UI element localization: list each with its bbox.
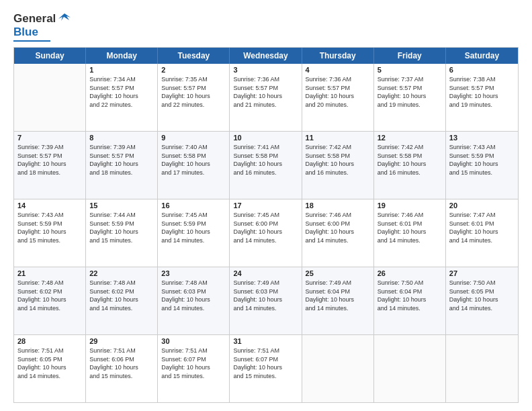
calendar-cell [14,64,86,131]
cell-day-number: 6 [449,66,515,74]
page: General Blue SundayMondayTuesdayWednesda… [0,0,532,411]
header-cell-saturday: Saturday [446,48,518,64]
calendar-cell: 12Sunrise: 7:42 AM Sunset: 5:58 PM Dayli… [374,132,446,199]
calendar-cell: 5Sunrise: 7:37 AM Sunset: 5:57 PM Daylig… [374,64,446,131]
cell-day-number: 16 [161,201,226,210]
calendar-row: 21Sunrise: 7:48 AM Sunset: 6:02 PM Dayli… [14,267,518,335]
cell-day-number: 13 [449,134,515,142]
logo-bird-icon [57,11,72,26]
header-cell-friday: Friday [374,48,446,64]
cell-day-number: 24 [233,269,298,277]
calendar-cell: 14Sunrise: 7:43 AM Sunset: 5:59 PM Dayli… [14,199,86,267]
calendar-cell: 9Sunrise: 7:40 AM Sunset: 5:58 PM Daylig… [158,132,230,199]
cell-info: Sunrise: 7:36 AM Sunset: 5:57 PM Dayligh… [306,75,370,109]
calendar-cell [374,335,446,402]
cell-info: Sunrise: 7:39 AM Sunset: 5:57 PM Dayligh… [89,143,154,177]
calendar-cell: 31Sunrise: 7:51 AM Sunset: 6:07 PM Dayli… [230,335,302,402]
cell-info: Sunrise: 7:51 AM Sunset: 6:07 PM Dayligh… [233,347,298,380]
calendar-cell: 8Sunrise: 7:39 AM Sunset: 5:57 PM Daylig… [86,132,158,199]
cell-info: Sunrise: 7:38 AM Sunset: 5:57 PM Dayligh… [449,75,515,109]
calendar-cell: 23Sunrise: 7:48 AM Sunset: 6:03 PM Dayli… [158,267,230,334]
calendar-header: SundayMondayTuesdayWednesdayThursdayFrid… [14,48,518,64]
cell-info: Sunrise: 7:40 AM Sunset: 5:58 PM Dayligh… [161,143,226,177]
calendar: SundayMondayTuesdayWednesdayThursdayFrid… [13,47,519,403]
calendar-cell [446,335,518,402]
cell-info: Sunrise: 7:39 AM Sunset: 5:57 PM Dayligh… [17,143,82,177]
cell-day-number: 11 [306,134,370,142]
cell-day-number: 15 [89,201,154,210]
cell-info: Sunrise: 7:42 AM Sunset: 5:58 PM Dayligh… [378,143,442,177]
calendar-row: 28Sunrise: 7:51 AM Sunset: 6:05 PM Dayli… [14,335,518,402]
cell-info: Sunrise: 7:42 AM Sunset: 5:58 PM Dayligh… [306,143,370,177]
cell-info: Sunrise: 7:49 AM Sunset: 6:04 PM Dayligh… [306,279,370,312]
logo-underline [13,40,50,42]
calendar-cell: 25Sunrise: 7:49 AM Sunset: 6:04 PM Dayli… [302,267,374,334]
cell-info: Sunrise: 7:46 AM Sunset: 6:01 PM Dayligh… [378,211,442,244]
cell-day-number: 28 [17,337,82,345]
calendar-cell: 30Sunrise: 7:51 AM Sunset: 6:07 PM Dayli… [158,335,230,402]
cell-info: Sunrise: 7:45 AM Sunset: 6:00 PM Dayligh… [233,211,298,244]
logo-general: General [13,12,56,26]
calendar-cell: 11Sunrise: 7:42 AM Sunset: 5:58 PM Dayli… [302,132,374,199]
calendar-cell: 19Sunrise: 7:46 AM Sunset: 6:01 PM Dayli… [374,199,446,267]
cell-info: Sunrise: 7:43 AM Sunset: 5:59 PM Dayligh… [449,143,515,177]
calendar-cell: 17Sunrise: 7:45 AM Sunset: 6:00 PM Dayli… [230,199,302,267]
calendar-cell: 27Sunrise: 7:50 AM Sunset: 6:05 PM Dayli… [446,267,518,334]
cell-day-number: 26 [378,269,442,277]
cell-info: Sunrise: 7:48 AM Sunset: 6:02 PM Dayligh… [89,279,154,312]
cell-info: Sunrise: 7:37 AM Sunset: 5:57 PM Dayligh… [378,75,442,109]
header-cell-monday: Monday [86,48,158,64]
cell-info: Sunrise: 7:34 AM Sunset: 5:57 PM Dayligh… [89,75,154,109]
calendar-cell: 1Sunrise: 7:34 AM Sunset: 5:57 PM Daylig… [86,64,158,131]
cell-day-number: 20 [449,201,515,210]
cell-day-number: 19 [378,201,442,210]
calendar-cell: 4Sunrise: 7:36 AM Sunset: 5:57 PM Daylig… [302,64,374,131]
calendar-row: 14Sunrise: 7:43 AM Sunset: 5:59 PM Dayli… [14,199,518,267]
cell-day-number: 31 [233,337,298,345]
calendar-cell [302,335,374,402]
calendar-cell: 16Sunrise: 7:45 AM Sunset: 5:59 PM Dayli… [158,199,230,267]
cell-day-number: 18 [306,201,370,210]
header-cell-tuesday: Tuesday [158,48,230,64]
cell-info: Sunrise: 7:49 AM Sunset: 6:03 PM Dayligh… [233,279,298,312]
cell-day-number: 3 [233,66,298,74]
calendar-cell: 26Sunrise: 7:50 AM Sunset: 6:04 PM Dayli… [374,267,446,334]
cell-day-number: 4 [306,66,370,74]
cell-day-number: 21 [17,269,82,277]
calendar-body: 1Sunrise: 7:34 AM Sunset: 5:57 PM Daylig… [14,64,518,402]
cell-day-number: 29 [89,337,154,345]
cell-info: Sunrise: 7:50 AM Sunset: 6:04 PM Dayligh… [378,279,442,312]
cell-day-number: 8 [89,134,154,142]
calendar-cell: 3Sunrise: 7:36 AM Sunset: 5:57 PM Daylig… [230,64,302,131]
header: General Blue [13,12,519,42]
cell-info: Sunrise: 7:48 AM Sunset: 6:02 PM Dayligh… [17,279,82,312]
cell-info: Sunrise: 7:43 AM Sunset: 5:59 PM Dayligh… [17,211,82,244]
cell-info: Sunrise: 7:51 AM Sunset: 6:07 PM Dayligh… [161,347,226,380]
cell-info: Sunrise: 7:44 AM Sunset: 5:59 PM Dayligh… [89,211,154,244]
calendar-cell: 18Sunrise: 7:46 AM Sunset: 6:00 PM Dayli… [302,199,374,267]
cell-info: Sunrise: 7:50 AM Sunset: 6:05 PM Dayligh… [449,279,515,312]
cell-info: Sunrise: 7:51 AM Sunset: 6:05 PM Dayligh… [17,347,82,380]
cell-day-number: 30 [161,337,226,345]
svg-marker-0 [58,13,71,21]
cell-day-number: 1 [89,66,154,74]
cell-info: Sunrise: 7:46 AM Sunset: 6:00 PM Dayligh… [306,211,370,244]
calendar-row: 1Sunrise: 7:34 AM Sunset: 5:57 PM Daylig… [14,64,518,132]
cell-day-number: 23 [161,269,226,277]
cell-info: Sunrise: 7:51 AM Sunset: 6:06 PM Dayligh… [89,347,154,380]
calendar-cell: 21Sunrise: 7:48 AM Sunset: 6:02 PM Dayli… [14,267,86,334]
cell-day-number: 5 [378,66,442,74]
calendar-cell: 22Sunrise: 7:48 AM Sunset: 6:02 PM Dayli… [86,267,158,334]
cell-day-number: 10 [233,134,298,142]
calendar-cell: 24Sunrise: 7:49 AM Sunset: 6:03 PM Dayli… [230,267,302,334]
calendar-row: 7Sunrise: 7:39 AM Sunset: 5:57 PM Daylig… [14,132,518,199]
cell-day-number: 22 [89,269,154,277]
cell-day-number: 9 [161,134,226,142]
header-cell-sunday: Sunday [14,48,86,64]
cell-day-number: 2 [161,66,226,74]
calendar-cell: 6Sunrise: 7:38 AM Sunset: 5:57 PM Daylig… [446,64,518,131]
cell-day-number: 17 [233,201,298,210]
cell-info: Sunrise: 7:48 AM Sunset: 6:03 PM Dayligh… [161,279,226,312]
calendar-cell: 7Sunrise: 7:39 AM Sunset: 5:57 PM Daylig… [14,132,86,199]
cell-day-number: 7 [17,134,82,142]
